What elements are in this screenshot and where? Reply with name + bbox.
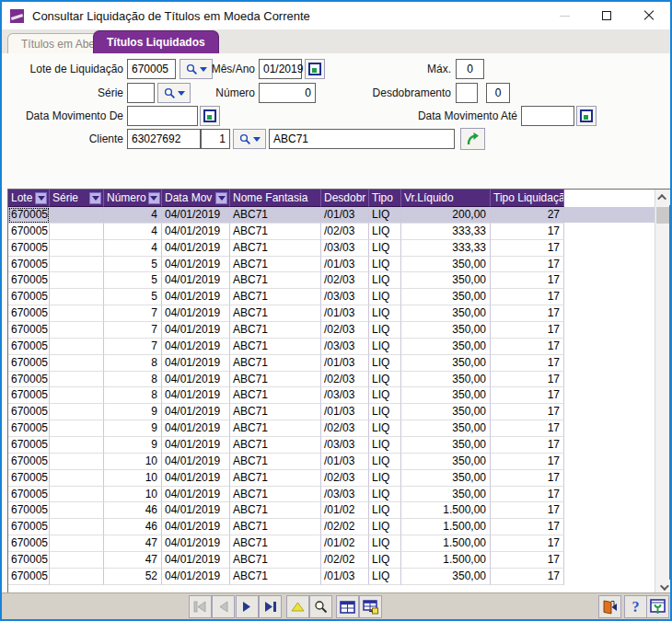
grid-cell[interactable]: LIQ — [369, 289, 401, 305]
mesano-input[interactable]: 01/2019 — [259, 59, 302, 79]
serie-search-button[interactable] — [157, 83, 191, 103]
grid-cell[interactable]: 350,00 — [401, 305, 491, 322]
grid-cell[interactable]: /03/03 — [321, 387, 369, 404]
column-header-6[interactable]: Desdobr — [321, 190, 369, 207]
cliente-loja-input[interactable]: 1 — [201, 129, 230, 149]
grid-cell[interactable]: 670005 — [8, 404, 50, 420]
table-row[interactable]: 6700054604/01/2019ABC71/02/02LIQ1.500,00… — [8, 519, 655, 535]
table-row[interactable]: 670005504/01/2019ABC71/02/03LIQ350,0017 — [8, 272, 655, 289]
grid-cell[interactable]: 04/01/2019 — [162, 502, 230, 519]
grid-cell[interactable]: 350,00 — [401, 387, 491, 404]
column-filter-dropdown[interactable] — [215, 192, 227, 204]
grid-cell[interactable]: /01/03 — [321, 355, 369, 372]
grid-export-button[interactable] — [359, 595, 382, 618]
grid-cell[interactable]: 9 — [104, 437, 162, 454]
grid-cell[interactable]: 670005 — [8, 387, 50, 404]
exit-button[interactable] — [598, 595, 621, 618]
grid-cell[interactable]: 670005 — [8, 224, 50, 240]
grid-cell[interactable]: ABC71 — [230, 519, 321, 535]
column-header-1[interactable]: Lote — [8, 190, 50, 207]
grid-cell[interactable]: LIQ — [369, 339, 401, 355]
grid-cell[interactable]: 04/01/2019 — [162, 339, 230, 355]
vertical-scrollbar[interactable] — [655, 190, 669, 595]
grid-cell[interactable]: 04/01/2019 — [162, 519, 230, 535]
grid-cell[interactable]: 17 — [491, 322, 564, 339]
grid-cell[interactable]: ABC71 — [230, 272, 321, 289]
grid-cell[interactable]: 17 — [491, 552, 564, 569]
grid-cell[interactable]: 350,00 — [401, 355, 491, 372]
grid-cell[interactable]: LIQ — [369, 519, 401, 535]
data-movimento-ate-input[interactable] — [521, 106, 574, 126]
grid-cell[interactable]: 670005 — [8, 355, 50, 372]
table-row[interactable]: 670005704/01/2019ABC71/01/03LIQ350,0017 — [8, 305, 655, 322]
grid-cell[interactable]: ABC71 — [230, 224, 321, 240]
grid-cell[interactable]: ABC71 — [230, 372, 321, 388]
insert-button[interactable] — [286, 595, 309, 618]
grid-cell[interactable]: 04/01/2019 — [162, 240, 230, 257]
minimize-button[interactable] — [543, 2, 585, 29]
grid-cell[interactable]: 04/01/2019 — [162, 207, 230, 224]
grid-cell[interactable]: LIQ — [369, 207, 401, 224]
grid-cell[interactable]: 04/01/2019 — [162, 289, 230, 305]
grid-cell[interactable] — [50, 535, 104, 552]
grid-cell[interactable]: ABC71 — [230, 437, 321, 454]
grid-cell[interactable]: 670005 — [8, 470, 50, 487]
grid-cell[interactable]: 17 — [491, 257, 564, 273]
data-movimento-de-input[interactable] — [127, 106, 198, 126]
grid-cell[interactable]: 1.500,00 — [401, 502, 491, 519]
column-header-8[interactable]: Vr.Líquido — [401, 190, 491, 207]
grid-cell[interactable]: 04/01/2019 — [162, 404, 230, 420]
grid-cell[interactable]: 17 — [491, 470, 564, 487]
grid-cell[interactable]: 04/01/2019 — [162, 272, 230, 289]
scrollbar-thumb[interactable] — [656, 207, 669, 224]
grid-cell[interactable]: /02/03 — [321, 470, 369, 487]
grid-cell[interactable]: LIQ — [369, 535, 401, 552]
grid-cell[interactable] — [50, 207, 104, 224]
cliente-nome-input[interactable]: ABC71 — [269, 129, 455, 149]
cliente-go-button[interactable] — [460, 128, 485, 150]
table-row[interactable]: 6700054704/01/2019ABC71/01/02LIQ1.500,00… — [8, 535, 655, 552]
grid-cell[interactable]: /02/03 — [321, 420, 369, 437]
grid-cell[interactable]: ABC71 — [230, 339, 321, 355]
grid-cell[interactable]: 670005 — [8, 454, 50, 470]
grid-cell[interactable] — [50, 487, 104, 503]
table-row[interactable]: 6700054704/01/2019ABC71/02/02LIQ1.500,00… — [8, 552, 655, 569]
grid-cell[interactable]: LIQ — [369, 224, 401, 240]
grid-cell[interactable]: LIQ — [369, 454, 401, 470]
grid-cell[interactable]: ABC71 — [230, 454, 321, 470]
cliente-codigo-input[interactable]: 63027692 — [127, 129, 201, 149]
grid-cell[interactable]: /01/02 — [321, 502, 369, 519]
grid-cell[interactable]: ABC71 — [230, 404, 321, 420]
grid-cell[interactable]: ABC71 — [230, 289, 321, 305]
grid-cell[interactable]: 670005 — [8, 569, 50, 585]
grid-cell[interactable]: 17 — [491, 454, 564, 470]
column-header-9[interactable]: Tipo Liquidação — [491, 190, 564, 207]
grid-cell[interactable]: 8 — [104, 355, 162, 372]
grid-cell[interactable]: 04/01/2019 — [162, 305, 230, 322]
grid-cell[interactable]: LIQ — [369, 470, 401, 487]
grid-cell[interactable]: /03/03 — [321, 339, 369, 355]
column-header-2[interactable]: Série — [50, 190, 104, 207]
serie-input[interactable] — [127, 83, 155, 103]
column-filter-dropdown[interactable] — [148, 192, 160, 204]
grid-cell[interactable]: 17 — [491, 224, 564, 240]
grid-cell[interactable]: 04/01/2019 — [162, 535, 230, 552]
last-record-button[interactable] — [259, 595, 282, 618]
grid-cell[interactable]: 8 — [104, 372, 162, 388]
grid-cell[interactable]: 17 — [491, 289, 564, 305]
scroll-up-button[interactable] — [655, 190, 670, 205]
desdobramento-input-2[interactable]: 0 — [486, 83, 510, 103]
column-header-7[interactable]: Tipo — [369, 190, 401, 207]
grid-cell[interactable]: /02/03 — [321, 372, 369, 388]
grid-cell[interactable]: 10 — [104, 454, 162, 470]
grid-cell[interactable]: LIQ — [369, 487, 401, 503]
grid-cell[interactable] — [50, 257, 104, 273]
grid-cell[interactable]: 17 — [491, 487, 564, 503]
table-row[interactable]: 670005804/01/2019ABC71/01/03LIQ350,0017 — [8, 355, 655, 372]
grid-cell[interactable]: 47 — [104, 552, 162, 569]
grid-cell[interactable]: ABC71 — [230, 569, 321, 585]
grid-cell[interactable]: ABC71 — [230, 552, 321, 569]
grid-cell[interactable]: 350,00 — [401, 569, 491, 585]
table-row[interactable]: 670005704/01/2019ABC71/03/03LIQ350,0017 — [8, 339, 655, 355]
grid-cell[interactable] — [50, 502, 104, 519]
